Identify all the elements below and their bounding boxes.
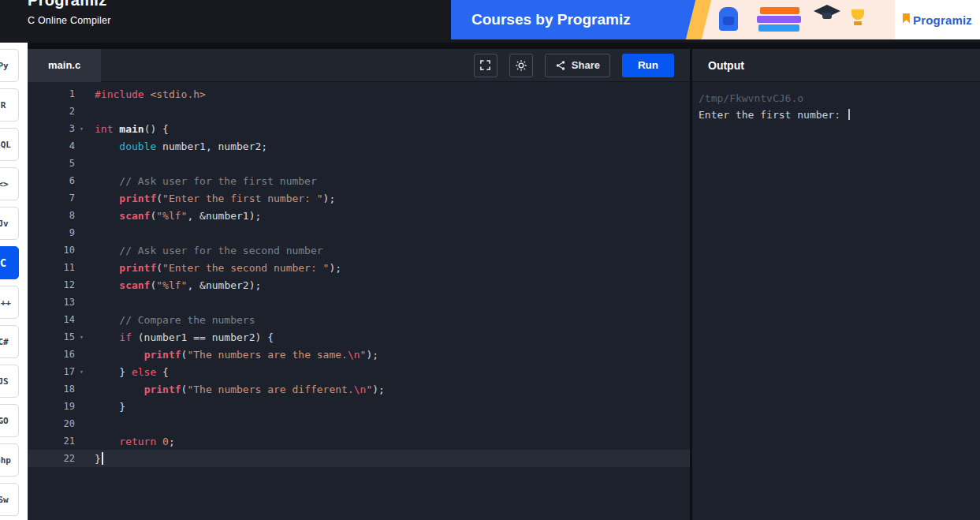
line-number: 4 — [28, 140, 75, 152]
code-line[interactable]: 15▾ if (number1 == number2) { — [28, 328, 690, 346]
sidebar-item-swift[interactable]: Sw — [0, 483, 19, 516]
fold-caret-icon[interactable]: ▾ — [75, 333, 88, 341]
code-line[interactable]: 8 scanf("%lf", &number1); — [28, 207, 690, 224]
code-line[interactable]: 1#include <stdio.h> — [28, 85, 690, 103]
sidebar-item-html[interactable]: <> — [0, 167, 19, 200]
python-icon: Py — [0, 61, 9, 71]
line-number: 7 — [28, 193, 75, 204]
line-number: 11 — [28, 262, 75, 273]
code-text: int main() { — [95, 123, 169, 135]
code-line[interactable]: 3▾int main() { — [28, 120, 690, 137]
code-line[interactable]: 9 — [28, 224, 690, 241]
banner-title: Courses by Programiz — [451, 11, 631, 28]
code-line[interactable]: 10 // Ask user for the second number — [28, 241, 690, 259]
output-panel: Output /tmp/FkwvntvCJ6.oEnter the first … — [690, 43, 980, 520]
sidebar-item-c[interactable]: C — [0, 246, 19, 279]
app-root: Programiz C Online Compiler Courses by P… — [0, 0, 980, 520]
banner-blue-section: Courses by Programiz — [451, 0, 681, 39]
code-text: scanf("%lf", &number1); — [95, 210, 261, 222]
csharp-icon: C# — [0, 337, 9, 347]
php-icon: php — [0, 455, 11, 466]
line-number: 18 — [28, 383, 75, 395]
main-area: PyRSQL<>JvCC++C#JSGOphpSw main.c — [0, 43, 980, 520]
code-line[interactable]: 6 // Ask user for the first number — [28, 172, 690, 189]
sidebar-item-php[interactable]: php — [0, 443, 19, 477]
line-number: 1 — [28, 88, 75, 99]
output-console[interactable]: /tmp/FkwvntvCJ6.oEnter the first number: — [692, 82, 980, 520]
theme-toggle-button[interactable] — [509, 54, 533, 77]
share-button[interactable]: Share — [545, 54, 610, 77]
line-number: 3 — [28, 123, 75, 134]
r-icon: R — [1, 100, 6, 110]
editor-panel: main.c — [28, 43, 690, 520]
code-line[interactable]: 21 return 0; — [28, 432, 690, 450]
line-number: 2 — [28, 106, 75, 117]
code-text: } — [95, 401, 125, 413]
brand-block[interactable]: Programiz C Online Compiler — [28, 0, 111, 26]
sidebar-item-go[interactable]: GO — [0, 404, 19, 437]
code-line[interactable]: 17▾ } else { — [28, 363, 690, 380]
sidebar-item-r[interactable]: R — [0, 88, 19, 122]
sql-icon: SQL — [0, 140, 11, 150]
code-text: double number1, number2; — [95, 140, 267, 152]
code-line[interactable]: 7 printf("Enter the first number: "); — [28, 189, 690, 207]
output-line: Enter the first number: — [699, 107, 980, 123]
output-toolbar: Output — [692, 49, 980, 82]
output-title: Output — [708, 59, 744, 72]
code-line[interactable]: 13 — [28, 294, 690, 311]
line-number: 17 — [28, 366, 75, 377]
sidebar-item-javascript[interactable]: JS — [0, 365, 19, 398]
code-line[interactable]: 18 printf("The numbers are different.\n"… — [28, 380, 690, 398]
graduation-cap-base — [822, 13, 832, 19]
code-line[interactable]: 11 printf("Enter the second number: "); — [28, 259, 690, 276]
java-icon: Jv — [0, 219, 9, 229]
code-line[interactable]: 5 — [28, 155, 690, 172]
code-line[interactable]: 12 scanf("%lf", &number2); — [28, 276, 690, 294]
code-text: // Compare the numbers — [95, 314, 255, 326]
line-number: 6 — [28, 175, 75, 186]
code-line[interactable]: 16 printf("The numbers are the same.\n")… — [28, 346, 690, 363]
code-line[interactable]: 22} — [28, 450, 690, 467]
swift-icon: Sw — [0, 495, 9, 505]
fold-caret-icon[interactable]: ▾ — [75, 368, 88, 376]
sidebar-item-python[interactable]: Py — [0, 49, 19, 82]
code-text: } else { — [95, 366, 169, 378]
line-number: 21 — [28, 436, 75, 447]
tab-label: main.c — [48, 59, 80, 71]
code-editor[interactable]: 1#include <stdio.h>23▾int main() {4 doub… — [28, 82, 690, 520]
code-text: if (number1 == number2) { — [95, 331, 274, 343]
code-line[interactable]: 4 double number1, number2; — [28, 137, 690, 155]
output-line: /tmp/FkwvntvCJ6.o — [699, 90, 980, 107]
output-cursor — [848, 109, 850, 120]
code-text: printf("The numbers are different.\n"); — [95, 383, 385, 395]
sidebar-item-java[interactable]: Jv — [0, 207, 19, 240]
courses-banner[interactable]: Courses by Programiz Programiz — [451, 0, 980, 39]
sun-icon — [515, 59, 527, 72]
line-number: 10 — [28, 245, 75, 256]
code-line[interactable]: 20 — [28, 415, 690, 432]
line-number: 12 — [28, 279, 75, 290]
editor-cursor — [102, 452, 103, 465]
run-button[interactable]: Run — [622, 54, 674, 77]
line-number: 9 — [28, 227, 75, 238]
fold-caret-icon[interactable]: ▾ — [75, 125, 88, 133]
javascript-icon: JS — [0, 376, 9, 387]
sidebar-item-sql[interactable]: SQL — [0, 128, 19, 161]
fullscreen-button[interactable] — [474, 54, 497, 77]
c-icon: C — [0, 256, 6, 269]
tab-main-c[interactable]: main.c — [28, 49, 101, 82]
toolbar-actions: Share Run — [474, 54, 690, 77]
code-text: // Ask user for the first number — [95, 175, 317, 187]
code-line[interactable]: 14 // Compare the numbers — [28, 311, 690, 328]
sidebar-item-csharp[interactable]: C# — [0, 325, 19, 358]
code-text: #include <stdio.h> — [95, 88, 206, 100]
code-line[interactable]: 19 } — [28, 398, 690, 415]
code-text: printf("The numbers are the same.\n"); — [95, 349, 378, 361]
share-label: Share — [572, 59, 600, 71]
sidebar-item-cpp[interactable]: C++ — [0, 286, 19, 319]
code-text: // Ask user for the second number — [95, 245, 323, 256]
banner-illustration — [681, 0, 895, 39]
backpack-illustration — [719, 7, 738, 31]
code-line[interactable]: 2 — [28, 103, 690, 120]
top-header: Programiz C Online Compiler Courses by P… — [0, 0, 980, 43]
